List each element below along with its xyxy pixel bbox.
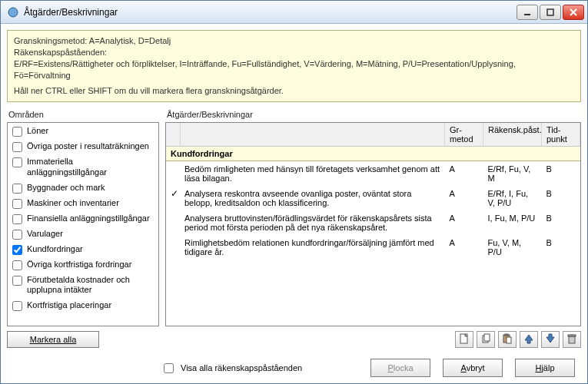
grid-check-cell: ✓ xyxy=(166,186,180,210)
svg-rect-8 xyxy=(507,337,511,343)
svg-rect-10 xyxy=(568,335,576,336)
arrow-up-icon xyxy=(523,333,534,346)
grid-row[interactable]: Analysera bruttovinsten/förädlingsvärdet… xyxy=(166,210,580,235)
grid-section-row: Kundfordringar xyxy=(166,147,580,161)
grid-row[interactable]: ✓Analysera reskontra avseende ovanliga p… xyxy=(166,186,580,210)
trash-icon xyxy=(566,333,577,346)
mark-all-button[interactable]: Markera alla xyxy=(7,331,99,348)
area-item[interactable]: Förutbetalda kostnader och upplupna intä… xyxy=(8,273,158,299)
area-checkbox[interactable] xyxy=(12,199,22,209)
grid-section-label: Kundfordringar xyxy=(166,147,580,161)
grid-assert: I, Fu, M, P/U xyxy=(483,210,542,235)
grid-check-cell xyxy=(166,210,180,235)
new-icon xyxy=(459,333,470,346)
col-method[interactable]: Gr-metod xyxy=(445,123,483,147)
move-up-button[interactable] xyxy=(520,331,538,348)
area-item[interactable]: Varulager xyxy=(8,227,158,242)
svg-rect-9 xyxy=(569,336,575,343)
grid-row[interactable]: Bedöm rimligheten med hänsyn till företa… xyxy=(166,161,580,187)
grid-time: B xyxy=(542,186,580,210)
area-checkbox[interactable] xyxy=(12,142,22,152)
area-checkbox[interactable] xyxy=(12,276,22,286)
close-button[interactable] xyxy=(563,5,584,20)
info-line: E/RF=Existens/Rättigheter och förpliktel… xyxy=(14,58,574,81)
help-button-label: Hjälp xyxy=(535,363,554,372)
grid-desc: Analysera bruttovinsten/förädlingsvärdet… xyxy=(180,210,445,235)
pick-button[interactable]: Plocka xyxy=(370,359,430,377)
area-label: Immateriella anläggningstillgångar xyxy=(27,157,154,178)
grid-assert: E/Rf, Fu, V, M xyxy=(483,161,542,187)
grid-desc: Bedöm rimligheten med hänsyn till företa… xyxy=(180,161,445,187)
grid-desc: Rimlighetsbedöm relationen kundfordringa… xyxy=(180,235,445,260)
area-item[interactable]: Maskiner och inventarier xyxy=(8,196,158,211)
grid-time: B xyxy=(542,210,580,235)
titlebar: Åtgärder/Beskrivningar xyxy=(1,1,587,24)
area-checkbox[interactable] xyxy=(12,230,22,240)
area-label: Övriga kortfristiga fordringar xyxy=(27,260,154,270)
area-item[interactable]: Byggnader och mark xyxy=(8,180,158,196)
info-box: Granskningsmetod: A=Analytisk, D=Detalj … xyxy=(7,30,581,102)
area-label: Kortfristiga placeringar xyxy=(27,300,154,311)
area-item[interactable]: Finansiella anläggningstillgångar xyxy=(8,211,158,227)
svg-rect-11 xyxy=(570,334,573,335)
area-checkbox[interactable] xyxy=(12,157,22,167)
grid-assert: E/Rf, I, Fu, V, P/U xyxy=(483,186,542,210)
area-label: Löner xyxy=(27,126,154,137)
area-label: Kundfordringar xyxy=(27,244,154,255)
area-item[interactable]: Kundfordringar xyxy=(8,242,158,257)
cancel-button[interactable]: Avbryt xyxy=(443,359,503,377)
show-all-checkbox[interactable]: Visa alla räkenskapspåståenden xyxy=(161,361,358,376)
area-item[interactable]: Övriga kortfristiga fordringar xyxy=(8,257,158,273)
area-label: Förutbetalda kostnader och upplupna intä… xyxy=(27,275,154,296)
bottom-bar: Visa alla räkenskapspåståenden Plocka Av… xyxy=(7,354,581,377)
col-assert[interactable]: Räkensk.påst. xyxy=(483,123,542,147)
copy-button[interactable] xyxy=(477,331,495,348)
area-label: Byggnader och mark xyxy=(27,183,154,194)
grid-check-cell xyxy=(166,161,180,187)
minimize-button[interactable] xyxy=(517,5,538,20)
areas-panel: Områden LönerÖvriga poster i resultaträk… xyxy=(7,108,159,348)
area-checkbox[interactable] xyxy=(12,301,22,311)
area-checkbox[interactable] xyxy=(12,260,22,270)
paste-button[interactable] xyxy=(498,331,517,348)
col-check[interactable] xyxy=(166,123,180,147)
cancel-button-label: Avbryt xyxy=(461,363,485,372)
new-button[interactable] xyxy=(455,331,473,348)
mark-all-label: Markera alla xyxy=(30,335,77,344)
actions-title: Åtgärder/Beskrivningar xyxy=(165,108,581,122)
area-checkbox[interactable] xyxy=(12,127,22,137)
svg-rect-2 xyxy=(547,9,553,15)
grid-method: A xyxy=(445,161,483,187)
svg-rect-7 xyxy=(505,334,508,336)
show-all-checkbox-input[interactable] xyxy=(164,363,174,373)
areas-list[interactable]: LönerÖvriga poster i resultaträkningenIm… xyxy=(7,122,159,326)
area-item[interactable]: Immateriella anläggningstillgångar xyxy=(8,154,158,180)
show-all-label: Visa alla räkenskapspåståenden xyxy=(181,363,302,372)
actions-grid: Gr-metod Räkensk.påst. Tid-punkt Kundfor… xyxy=(166,123,580,260)
col-desc[interactable] xyxy=(180,123,445,147)
area-item[interactable]: Löner xyxy=(8,124,158,139)
actions-grid-wrap[interactable]: Gr-metod Räkensk.påst. Tid-punkt Kundfor… xyxy=(165,122,581,326)
grid-header-row: Gr-metod Räkensk.påst. Tid-punkt xyxy=(166,123,580,147)
help-button[interactable]: Hjälp xyxy=(515,359,575,377)
grid-check-cell xyxy=(166,235,180,260)
area-checkbox[interactable] xyxy=(12,184,22,194)
dialog-window: Åtgärder/Beskrivningar Granskningsmetod:… xyxy=(0,0,588,384)
maximize-button[interactable] xyxy=(540,5,561,20)
delete-button[interactable] xyxy=(563,331,581,348)
area-item[interactable]: Övriga poster i resultaträkningen xyxy=(8,139,158,154)
area-item[interactable]: Kortfristiga placeringar xyxy=(8,298,158,313)
grid-method: A xyxy=(445,186,483,210)
grid-row[interactable]: Rimlighetsbedöm relationen kundfordringa… xyxy=(166,235,580,260)
grid-method: A xyxy=(445,210,483,235)
col-time[interactable]: Tid-punkt xyxy=(542,123,580,147)
area-checkbox[interactable] xyxy=(12,245,22,255)
window-title: Åtgärder/Beskrivningar xyxy=(24,7,515,18)
svg-rect-5 xyxy=(484,334,490,341)
area-checkbox[interactable] xyxy=(12,214,22,224)
move-down-button[interactable] xyxy=(541,331,560,348)
info-line: Håll ner CTRL eller SHIFT om du vill mar… xyxy=(14,85,574,97)
grid-desc: Analysera reskontra avseende ovanliga po… xyxy=(180,186,445,210)
client-area: Granskningsmetod: A=Analytisk, D=Detalj … xyxy=(1,24,587,383)
svg-point-0 xyxy=(8,8,18,17)
